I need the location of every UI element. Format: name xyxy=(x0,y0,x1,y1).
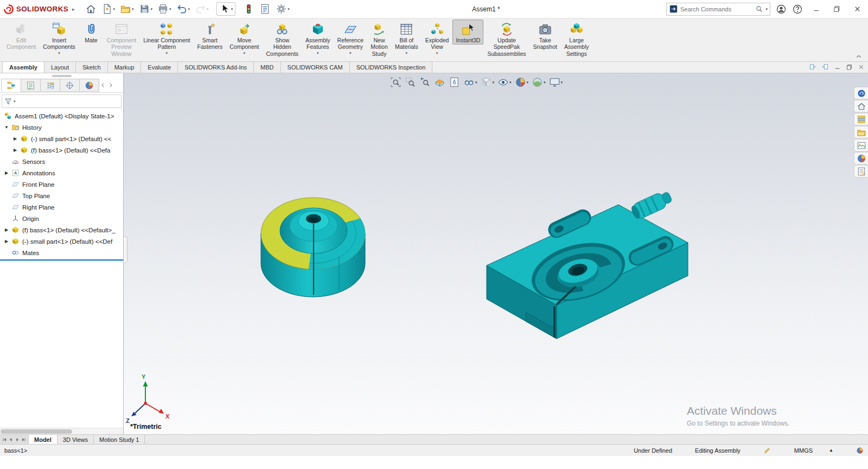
next-tab-button[interactable] xyxy=(15,437,20,442)
chevron-down-icon[interactable]: ▾ xyxy=(509,80,512,85)
chevron-down-icon[interactable]: ▾ xyxy=(317,51,319,55)
close-button[interactable] xyxy=(850,5,865,13)
tab-assembly[interactable]: Assembly xyxy=(2,61,44,73)
chevron-down-icon[interactable]: ▾ xyxy=(561,80,563,85)
chevron-down-icon[interactable]: ▾ xyxy=(527,80,529,85)
panel-tab-configurationmanager[interactable] xyxy=(40,79,60,92)
custom-properties-tab[interactable] xyxy=(854,165,868,178)
tree-item-sensors[interactable]: Sensors xyxy=(0,156,123,167)
units-arrow-icon[interactable]: ▲ xyxy=(829,448,833,453)
first-tab-button[interactable] xyxy=(2,437,7,442)
tree-item-history[interactable]: ▼History xyxy=(0,122,123,133)
chevron-down-icon[interactable]: ▾ xyxy=(166,51,168,55)
edit-appearance-button[interactable]: ▾ xyxy=(513,76,531,88)
search-scope-icon[interactable] xyxy=(669,4,678,14)
tab-evaluate[interactable]: Evaluate xyxy=(141,61,178,73)
document-restore-button[interactable] xyxy=(846,64,853,71)
chevron-down-icon[interactable]: ▾ xyxy=(436,51,438,55)
home-button[interactable] xyxy=(84,2,98,16)
new-document-button[interactable]: ▾ xyxy=(100,2,117,16)
panel-hscrollbar[interactable] xyxy=(0,428,123,434)
next-window-button[interactable] xyxy=(821,63,829,71)
ribbon-mate-button[interactable]: Mate xyxy=(79,20,103,45)
tree-item-top-plane[interactable]: Top Plane xyxy=(0,190,123,201)
tab-sketch[interactable]: Sketch xyxy=(75,61,108,73)
chevron-down-icon[interactable]: ▾ xyxy=(151,7,153,11)
ribbon-insert-components-button[interactable]: InsertComponents▾ xyxy=(40,20,79,56)
file-properties-button[interactable] xyxy=(258,2,272,16)
search-input[interactable] xyxy=(680,6,753,12)
ribbon-linear-component-pattern-button[interactable]: Linear ComponentPattern▾ xyxy=(140,20,193,56)
view-selector-button[interactable]: ▾ xyxy=(547,76,565,88)
small-part-model[interactable] xyxy=(261,198,365,297)
ribbon-take-snapshot-button[interactable]: TakeSnapshot xyxy=(530,20,560,52)
previous-tab-button[interactable] xyxy=(8,437,14,442)
resources-tab[interactable] xyxy=(854,100,868,112)
save-button[interactable]: ▾ xyxy=(137,2,155,16)
chevron-down-icon[interactable]: ▾ xyxy=(231,7,233,11)
open-button[interactable]: ▾ xyxy=(118,2,136,16)
graphics-viewport[interactable]: Y X Z ▾▾▾▾▾▾ *Trimetric Activate Windows… xyxy=(124,73,868,434)
maximize-button[interactable] xyxy=(829,5,844,13)
ribbon-edit-component-button[interactable]: EditComponent xyxy=(3,20,39,52)
tree-item-f-bass-1-default-default[interactable]: ▶(f) bass<1> (Default) <<Default>_ xyxy=(0,224,123,236)
ribbon-reference-geometry-button[interactable]: ReferenceGeometry▾ xyxy=(334,20,367,56)
help-button[interactable] xyxy=(792,4,803,15)
expander-right-icon[interactable]: ▶ xyxy=(3,239,10,244)
tree-item-small-part-1-default[interactable]: ▶(-) small part<1> (Default) << xyxy=(0,133,123,144)
section-view-button[interactable] xyxy=(432,76,447,88)
redo-button[interactable]: ▾ xyxy=(193,2,210,16)
chevron-down-icon[interactable]: ▾ xyxy=(244,51,246,55)
display-style-button[interactable]: ▾ xyxy=(479,76,496,88)
bottom-tab-3d-views[interactable]: 3D Views xyxy=(58,435,94,444)
ribbon-smart-fasteners-button[interactable]: SmartFasteners xyxy=(194,20,226,52)
view-settings-button[interactable]: ▾ xyxy=(496,76,513,88)
document-close-button[interactable] xyxy=(858,64,865,71)
chevron-down-icon[interactable]: ▾ xyxy=(14,99,16,104)
panel-tab-displaymanager[interactable] xyxy=(79,79,99,92)
tree-item-mates[interactable]: Mates xyxy=(0,247,123,258)
tree-item-small-part-1-default-def[interactable]: ▶(-) small part<1> (Default) <<Def xyxy=(0,236,123,247)
zoom-area-button[interactable] xyxy=(403,76,418,88)
tree-item-annotations[interactable]: ▶AAnnotations xyxy=(0,167,123,179)
expander-right-icon[interactable]: ▶ xyxy=(11,136,19,141)
zoom-fit-button[interactable] xyxy=(388,76,403,88)
chevron-down-icon[interactable]: ▾ xyxy=(169,7,171,11)
tab-solidworks-cam[interactable]: SOLIDWORKS CAM xyxy=(280,61,350,73)
user-account-button[interactable] xyxy=(776,4,787,15)
bottom-tab-motion-study-1[interactable]: Motion Study 1 xyxy=(94,435,145,444)
minimize-button[interactable] xyxy=(808,5,824,13)
tab-solidworks-add-ins[interactable]: SOLIDWORKS Add-Ins xyxy=(177,61,254,73)
ribbon-new-motion-study-button[interactable]: NewMotionStudy xyxy=(367,20,391,58)
bass-part-model[interactable] xyxy=(487,189,688,339)
ribbon-bill-of-materials-button[interactable]: Bill ofMaterials▾ xyxy=(392,20,422,56)
bottom-tab-model[interactable]: Model xyxy=(29,435,58,444)
tree-item-assem1-default-display-state-1[interactable]: Assem1 (Default) <Display State-1> xyxy=(0,110,123,122)
status-sphere-icon[interactable] xyxy=(856,447,864,454)
ribbon-assembly-features-button[interactable]: AssemblyFeatures▾ xyxy=(302,20,334,56)
chevron-down-icon[interactable]: ▾ xyxy=(349,51,352,55)
scrollbar-thumb[interactable] xyxy=(1,429,72,434)
tree-filter[interactable]: ▾ xyxy=(2,94,122,108)
rebuild-button[interactable] xyxy=(241,2,256,16)
annotation-views-button[interactable] xyxy=(447,76,462,88)
panel-tab-propertymanager[interactable] xyxy=(21,79,41,92)
chevron-down-icon[interactable]: ▾ xyxy=(113,7,116,11)
ribbon-update-speedpak-subassemblies-button[interactable]: UpdateSpeedPakSubassemblies xyxy=(484,20,529,58)
units-value[interactable]: MMGS xyxy=(794,447,813,454)
ribbon-move-component-button[interactable]: MoveComponent▾ xyxy=(226,20,262,56)
design-library-tab[interactable] xyxy=(854,113,868,125)
expander-down-icon[interactable]: ▼ xyxy=(3,125,10,130)
chevron-down-icon[interactable]: ▾ xyxy=(475,80,477,85)
appearances-tab[interactable] xyxy=(854,152,868,164)
menu-expand-arrow-icon[interactable]: ▸ xyxy=(72,7,75,12)
tree-item-right-plane[interactable]: Right Plane xyxy=(0,201,123,213)
panel-splitter[interactable] xyxy=(0,73,123,78)
command-search[interactable]: ▾ xyxy=(666,3,770,16)
expander-right-icon[interactable]: ▶ xyxy=(3,170,10,175)
ribbon-large-assembly-settings-button[interactable]: LargeAssemblySettings xyxy=(561,20,592,58)
expander-right-icon[interactable]: ▶ xyxy=(11,148,19,153)
collapse-ribbon-button[interactable] xyxy=(855,53,863,60)
select-button[interactable]: ▾ xyxy=(216,2,236,16)
ribbon-instant3d-button[interactable]: Instant3D xyxy=(452,20,483,45)
